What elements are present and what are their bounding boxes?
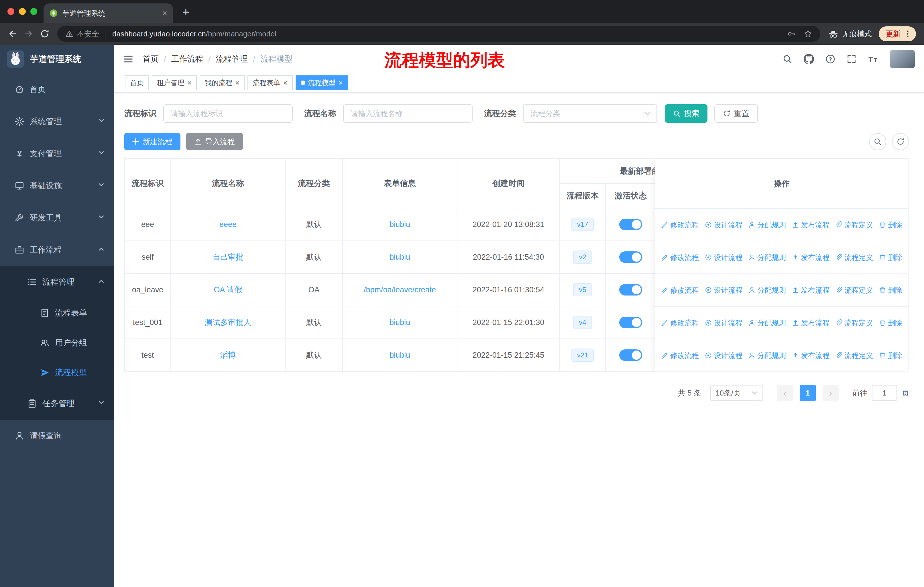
- form-info-link[interactable]: biubiu: [389, 220, 410, 229]
- next-page-button[interactable]: ›: [823, 385, 839, 401]
- action-modify-process[interactable]: 修改流程: [661, 220, 699, 230]
- process-name-link[interactable]: 滔博: [220, 351, 236, 359]
- reset-button[interactable]: 重置: [714, 104, 758, 123]
- view-tag-4[interactable]: 流程模型×: [295, 75, 348, 90]
- minimize-window-button[interactable]: [19, 8, 26, 15]
- breadcrumb-item[interactable]: 工作流程: [171, 54, 203, 64]
- action-assign-rules[interactable]: 分配规则: [748, 318, 786, 327]
- action-delete[interactable]: 删除: [879, 351, 902, 360]
- breadcrumb-item[interactable]: 首页: [143, 54, 159, 64]
- key-icon[interactable]: [787, 30, 796, 38]
- create-process-button[interactable]: 新建流程: [124, 133, 180, 150]
- active-toggle[interactable]: [619, 219, 642, 230]
- sidebar-item-user-group[interactable]: 用户分组: [0, 328, 114, 358]
- active-toggle[interactable]: [619, 251, 642, 263]
- close-icon[interactable]: ×: [235, 79, 239, 86]
- action-modify-process[interactable]: 修改流程: [661, 351, 699, 360]
- sidebar-item-infrastructure[interactable]: 基础设施: [0, 170, 114, 202]
- sidebar-item-dev-tools[interactable]: 研发工具: [0, 202, 114, 234]
- goto-page-input[interactable]: [872, 385, 897, 401]
- action-design-process[interactable]: 设计流程: [705, 318, 742, 327]
- close-icon[interactable]: ×: [283, 79, 287, 86]
- sidebar-item-home[interactable]: 首页: [0, 73, 114, 106]
- process-key-input[interactable]: [163, 104, 293, 123]
- process-name-link[interactable]: 测试多审批人: [205, 318, 251, 327]
- form-info-link[interactable]: /bpm/oa/leave/create: [364, 286, 436, 294]
- view-tag-1[interactable]: 租户管理×: [152, 75, 197, 90]
- app-logo[interactable]: 芋道管理系统: [0, 45, 114, 73]
- sidebar-item-leave-query[interactable]: 请假查询: [0, 420, 114, 452]
- search-icon[interactable]: [782, 54, 792, 64]
- search-button[interactable]: 搜索: [665, 104, 708, 123]
- back-button[interactable]: [5, 26, 21, 42]
- view-tag-0[interactable]: 首页: [125, 75, 149, 90]
- address-bar[interactable]: 不安全 dashboard.yudao.iocoder.cn /bpm/mana…: [57, 26, 820, 42]
- process-name-link[interactable]: OA 请假: [214, 286, 242, 294]
- sidebar-item-process-manage[interactable]: 流程管理: [0, 266, 114, 298]
- action-publish-process[interactable]: 发布流程: [792, 351, 830, 360]
- forward-button[interactable]: [21, 26, 37, 42]
- action-design-process[interactable]: 设计流程: [705, 286, 742, 295]
- fullscreen-icon[interactable]: [846, 54, 856, 64]
- sidebar-item-system-manage[interactable]: 系统管理: [0, 106, 114, 137]
- action-publish-process[interactable]: 发布流程: [792, 253, 830, 262]
- action-modify-process[interactable]: 修改流程: [661, 253, 699, 262]
- sidebar-item-payment-manage[interactable]: ¥支付管理: [0, 137, 114, 170]
- prev-page-button[interactable]: ‹: [777, 385, 793, 401]
- sidebar-item-workflow[interactable]: 工作流程: [0, 234, 114, 266]
- process-name-link[interactable]: 自己审批: [213, 253, 243, 261]
- action-delete[interactable]: 删除: [879, 253, 902, 262]
- close-window-button[interactable]: [7, 8, 14, 15]
- active-toggle[interactable]: [619, 284, 642, 296]
- action-process-definition[interactable]: 流程定义: [835, 286, 873, 295]
- sidebar-item-process-model[interactable]: 流程模型: [0, 358, 114, 387]
- action-process-definition[interactable]: 流程定义: [835, 253, 873, 262]
- action-process-definition[interactable]: 流程定义: [835, 220, 873, 230]
- form-info-link[interactable]: biubiu: [389, 351, 410, 359]
- action-delete[interactable]: 删除: [879, 220, 902, 230]
- tab-close-icon[interactable]: ×: [162, 9, 167, 18]
- bookmark-star-icon[interactable]: [804, 30, 812, 38]
- action-delete[interactable]: 删除: [879, 286, 902, 295]
- action-assign-rules[interactable]: 分配规则: [748, 253, 786, 262]
- action-modify-process[interactable]: 修改流程: [661, 318, 699, 327]
- browser-update-button[interactable]: 更新: [879, 26, 916, 41]
- import-process-button[interactable]: 导入流程: [186, 133, 243, 150]
- form-info-link[interactable]: biubiu: [389, 318, 410, 327]
- browser-tab[interactable]: 芋道管理系统 ×: [43, 3, 173, 23]
- close-icon[interactable]: ×: [338, 79, 343, 86]
- sidebar-item-process-form[interactable]: 流程表单: [0, 298, 114, 328]
- action-design-process[interactable]: 设计流程: [705, 220, 742, 230]
- menu-kebab-icon[interactable]: [903, 30, 912, 38]
- page-size-select[interactable]: 10条/页: [710, 385, 763, 401]
- category-select[interactable]: 流程分类: [523, 104, 657, 123]
- form-info-link[interactable]: biubiu: [389, 253, 410, 261]
- reload-button[interactable]: [37, 26, 53, 42]
- action-publish-process[interactable]: 发布流程: [792, 286, 830, 295]
- action-delete[interactable]: 删除: [879, 318, 902, 327]
- view-tag-3[interactable]: 流程表单×: [248, 75, 292, 90]
- zoom-window-button[interactable]: [30, 8, 37, 15]
- action-publish-process[interactable]: 发布流程: [792, 220, 830, 230]
- action-process-definition[interactable]: 流程定义: [835, 318, 873, 327]
- action-process-definition[interactable]: 流程定义: [835, 351, 873, 360]
- active-toggle[interactable]: [619, 349, 642, 361]
- action-modify-process[interactable]: 修改流程: [661, 286, 699, 295]
- close-icon[interactable]: ×: [187, 79, 191, 86]
- process-name-input[interactable]: [343, 104, 473, 123]
- font-size-icon[interactable]: TT: [868, 54, 878, 64]
- avatar[interactable]: [889, 50, 915, 68]
- action-design-process[interactable]: 设计流程: [705, 351, 742, 360]
- github-icon[interactable]: [804, 54, 814, 64]
- action-design-process[interactable]: 设计流程: [705, 253, 742, 262]
- new-tab-button[interactable]: +: [182, 6, 190, 18]
- current-page[interactable]: 1: [800, 385, 816, 401]
- action-assign-rules[interactable]: 分配规则: [748, 286, 786, 295]
- process-name-link[interactable]: eeee: [219, 220, 237, 229]
- toggle-search-button[interactable]: [869, 133, 886, 150]
- action-publish-process[interactable]: 发布流程: [792, 318, 830, 327]
- hamburger-icon[interactable]: [123, 54, 134, 64]
- refresh-table-button[interactable]: [892, 133, 909, 150]
- active-toggle[interactable]: [619, 317, 642, 328]
- question-icon[interactable]: ?: [825, 54, 835, 64]
